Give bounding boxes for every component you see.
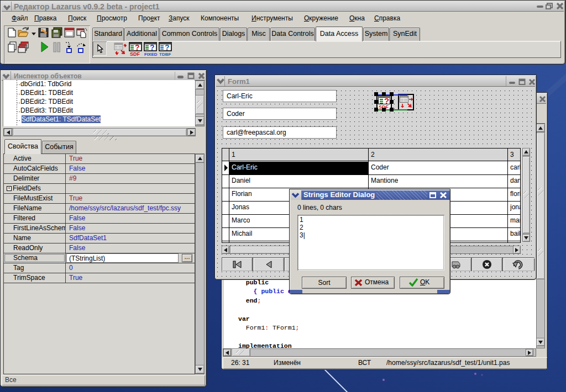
- svg-text:?: ?: [165, 43, 170, 52]
- svg-text:SDF: SDF: [130, 51, 140, 56]
- svg-text:FIXED: FIXED: [144, 52, 158, 56]
- svg-text:TDBF: TDBF: [159, 52, 171, 56]
- svg-text:?: ?: [150, 43, 155, 52]
- svg-text:?: ?: [384, 96, 389, 104]
